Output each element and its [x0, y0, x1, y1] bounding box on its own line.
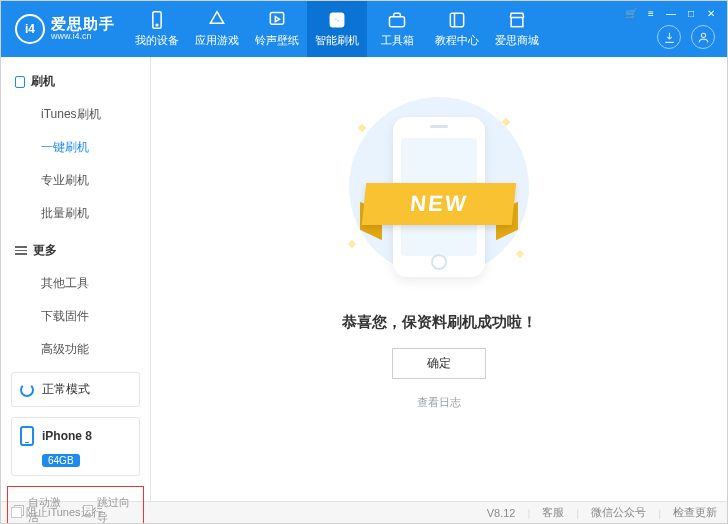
device-box[interactable]: iPhone 8 64GB — [11, 417, 140, 476]
download-button[interactable] — [657, 25, 681, 49]
view-log-link[interactable]: 查看日志 — [417, 395, 461, 410]
sidebar-item[interactable]: 其他工具 — [1, 267, 150, 300]
top-nav: 我的设备应用游戏铃声壁纸智能刷机工具箱教程中心爱思商城 — [127, 1, 547, 57]
sidebar-item[interactable]: 专业刷机 — [1, 164, 150, 197]
device-name: iPhone 8 — [42, 429, 92, 443]
new-ribbon: NEW — [362, 183, 516, 225]
brand-logo: i4 — [15, 14, 45, 44]
version-label: V8.12 — [487, 507, 516, 519]
music-icon — [267, 10, 287, 30]
minimize-button[interactable]: — — [665, 7, 677, 19]
flash-icon — [327, 10, 347, 30]
svg-rect-7 — [511, 18, 523, 27]
window-controls: 🛒 ≡ — □ ✕ — [625, 7, 717, 19]
ok-button[interactable]: 确定 — [392, 348, 486, 379]
brand: i4 爱思助手 www.i4.cn — [1, 1, 127, 57]
storage-badge: 64GB — [42, 454, 80, 467]
sidebar: 刷机iTunes刷机一键刷机专业刷机批量刷机更多其他工具下载固件高级功能 正常模… — [1, 57, 151, 501]
nav-book[interactable]: 教程中心 — [427, 1, 487, 57]
success-message: 恭喜您，保资料刷机成功啦！ — [342, 313, 537, 332]
device-icon — [147, 10, 167, 30]
nav-flash[interactable]: 智能刷机 — [307, 1, 367, 57]
mode-box[interactable]: 正常模式 — [11, 372, 140, 407]
support-link[interactable]: 客服 — [542, 505, 564, 520]
maximize-button[interactable]: □ — [685, 7, 697, 19]
phone-icon — [20, 426, 34, 446]
brand-name: 爱思助手 — [51, 16, 115, 33]
sidebar-group-1: 更多 — [1, 236, 150, 265]
apps-icon — [207, 10, 227, 30]
book-icon — [447, 10, 467, 30]
nav-music[interactable]: 铃声壁纸 — [247, 1, 307, 57]
sidebar-item[interactable]: 批量刷机 — [1, 197, 150, 230]
sidebar-item[interactable]: 一键刷机 — [1, 131, 150, 164]
device-icon — [15, 76, 25, 88]
toolbox-icon — [387, 10, 407, 30]
mode-icon — [20, 383, 34, 397]
check-update-link[interactable]: 检查更新 — [673, 505, 717, 520]
svg-point-1 — [156, 24, 158, 26]
sidebar-group-0: 刷机 — [1, 67, 150, 96]
app-header: i4 爱思助手 www.i4.cn 我的设备应用游戏铃声壁纸智能刷机工具箱教程中… — [1, 1, 727, 57]
nav-store[interactable]: 爱思商城 — [487, 1, 547, 57]
user-button[interactable] — [691, 25, 715, 49]
menu-icon[interactable]: ≡ — [645, 7, 657, 19]
close-button[interactable]: ✕ — [705, 7, 717, 19]
sidebar-item[interactable]: iTunes刷机 — [1, 98, 150, 131]
brand-url: www.i4.cn — [51, 32, 115, 42]
sidebar-item[interactable]: 高级功能 — [1, 333, 150, 366]
mode-label: 正常模式 — [42, 381, 90, 398]
store-icon — [507, 10, 527, 30]
main-panel: NEW 恭喜您，保资料刷机成功啦！ 确定 查看日志 — [151, 57, 727, 501]
sidebar-item[interactable]: 下载固件 — [1, 300, 150, 333]
nav-toolbox[interactable]: 工具箱 — [367, 1, 427, 57]
block-itunes-checkbox[interactable]: 阻止iTunes运行 — [11, 505, 103, 520]
nav-device[interactable]: 我的设备 — [127, 1, 187, 57]
nav-apps[interactable]: 应用游戏 — [187, 1, 247, 57]
success-illustration: NEW — [329, 97, 549, 297]
wechat-link[interactable]: 微信公众号 — [591, 505, 646, 520]
svg-point-8 — [701, 33, 705, 37]
cart-icon[interactable]: 🛒 — [625, 7, 637, 19]
svg-rect-4 — [390, 17, 405, 27]
svg-rect-5 — [450, 13, 463, 26]
menu-icon — [15, 246, 27, 255]
